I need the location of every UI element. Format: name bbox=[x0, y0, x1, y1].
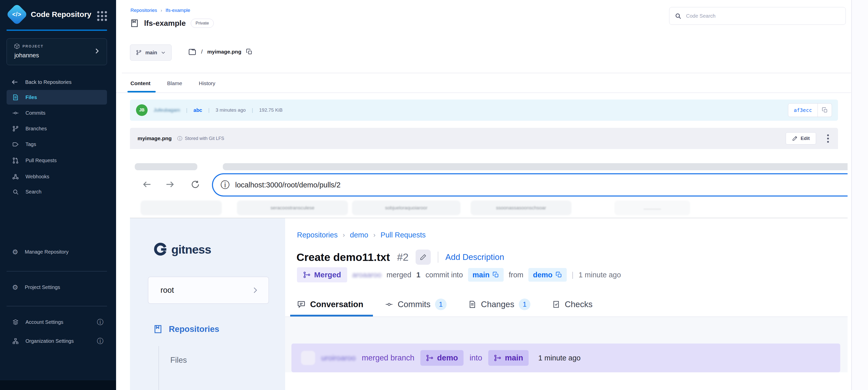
edit-button[interactable]: Edit bbox=[786, 132, 816, 144]
source-branch-chip[interactable]: demo bbox=[421, 350, 464, 366]
sidebar-item-manage-repository[interactable]: ⚙ Manage Repository bbox=[6, 245, 107, 259]
chevron-down-icon bbox=[161, 50, 166, 55]
tab-changes[interactable]: Changes 1 bbox=[468, 299, 530, 310]
gitness-nav-repositories[interactable]: Repositories bbox=[153, 324, 219, 334]
project-label: PROJECT bbox=[23, 44, 44, 48]
gitness-breadcrumb-repo[interactable]: demo bbox=[350, 231, 368, 239]
repository-book-icon bbox=[153, 324, 163, 334]
merge-text: commit into bbox=[426, 271, 463, 279]
branch-selector[interactable]: main bbox=[130, 45, 172, 61]
tab-blame[interactable]: Blame bbox=[167, 80, 182, 86]
commit-message-link[interactable]: abc bbox=[193, 107, 202, 113]
gear-icon: ⚙ bbox=[12, 283, 18, 291]
page-title: lfs-example bbox=[144, 19, 186, 28]
breadcrumb-repo[interactable]: lfs-example bbox=[166, 7, 190, 13]
copy-sha-button[interactable] bbox=[818, 103, 832, 117]
gitness-logo: gitness bbox=[153, 242, 211, 257]
bookmark-chip-blurred bbox=[141, 200, 222, 215]
tab-history[interactable]: History bbox=[199, 80, 215, 86]
add-description-link[interactable]: Add Description bbox=[445, 252, 504, 262]
repository-book-icon bbox=[130, 19, 139, 28]
branch-icon bbox=[136, 50, 142, 56]
commit-sha[interactable]: af3ecc bbox=[788, 103, 818, 117]
edit-title-button[interactable] bbox=[415, 250, 431, 265]
code-search-input[interactable] bbox=[686, 13, 840, 19]
merge-commit-count: 1 bbox=[416, 271, 421, 279]
back-label: Back to Repositories bbox=[25, 79, 71, 85]
page-scrollbar[interactable] bbox=[851, 0, 868, 390]
sidebar-item-account-settings[interactable]: Account Settings ⓘ bbox=[6, 315, 107, 329]
target-branch-chip[interactable]: main bbox=[468, 268, 504, 282]
bookmark-chip-blurred: seracoostransculese bbox=[237, 200, 348, 215]
pr-number: #2 bbox=[397, 251, 408, 263]
separator: | bbox=[208, 107, 210, 113]
target-branch-chip[interactable]: main bbox=[488, 350, 529, 366]
separator: | bbox=[186, 107, 187, 113]
code-search-box[interactable] bbox=[669, 7, 846, 25]
gitness-nav-guide-line bbox=[158, 346, 159, 390]
tab-commits[interactable]: Commits 1 bbox=[385, 299, 446, 310]
bookmark-chip-blurred: ............. bbox=[614, 200, 690, 215]
tab-checks[interactable]: Checks bbox=[552, 300, 592, 309]
sidebar-item-tags[interactable]: Tags bbox=[6, 137, 107, 151]
sidebar-item-project-settings[interactable]: ⚙ Project Settings bbox=[6, 280, 107, 295]
app-switcher-icon[interactable] bbox=[97, 11, 107, 21]
copy-icon bbox=[493, 272, 499, 278]
sidebar-divider bbox=[6, 271, 107, 272]
commits-count-badge: 1 bbox=[435, 299, 446, 310]
event-action: merged branch bbox=[362, 353, 414, 362]
sidebar-item-search[interactable]: Search bbox=[6, 185, 107, 199]
commit-time: 3 minutes ago bbox=[216, 107, 246, 113]
more-options-button[interactable] bbox=[827, 134, 829, 143]
project-selector[interactable]: PROJECT johannes bbox=[6, 38, 107, 65]
sidebar-item-label: Webhooks bbox=[26, 174, 49, 179]
breadcrumb-repositories[interactable]: Repositories bbox=[130, 7, 157, 13]
back-to-repositories[interactable]: Back to Repositories bbox=[11, 78, 71, 86]
gitness-project-selector[interactable]: root bbox=[148, 277, 269, 304]
file-path-row: / myimage.png bbox=[188, 48, 253, 56]
gitness-breadcrumb-section[interactable]: Pull Requests bbox=[380, 231, 426, 239]
sidebar-item-files[interactable]: Files bbox=[6, 90, 107, 105]
logo-glyph: </> bbox=[12, 11, 22, 18]
tab-label: Commits bbox=[398, 300, 431, 309]
info-icon: ⓘ bbox=[97, 337, 103, 345]
event-time: 1 minute ago bbox=[538, 354, 581, 362]
sidebar-item-label: Manage Repository bbox=[25, 249, 68, 255]
sidebar-item-webhooks[interactable]: Webhooks bbox=[6, 169, 107, 184]
gitness-pr-status-row: Merged aroaaroo merged 1 commit into mai… bbox=[297, 267, 621, 282]
source-branch-chip[interactable]: demo bbox=[528, 268, 566, 282]
sidebar-item-commits[interactable]: Commits bbox=[6, 106, 107, 120]
browser-back-icon bbox=[142, 179, 152, 191]
gitness-nav-label: Repositories bbox=[169, 324, 219, 334]
gitness-nav-files[interactable]: Files bbox=[170, 356, 187, 365]
copy-icon[interactable] bbox=[246, 49, 253, 55]
sidebar-item-pull-requests[interactable]: Pull Requests bbox=[6, 153, 107, 168]
info-icon: ⓘ bbox=[177, 135, 182, 142]
separator: | bbox=[572, 271, 574, 279]
branch-name: demo bbox=[533, 271, 552, 279]
org-chart-icon bbox=[12, 338, 19, 344]
branch-name: main bbox=[145, 50, 157, 56]
content-tabs: Content Blame History bbox=[130, 80, 215, 86]
tab-content[interactable]: Content bbox=[130, 80, 150, 86]
copy-icon bbox=[822, 107, 828, 113]
sidebar-item-label: Tags bbox=[26, 141, 36, 147]
gitness-active-tab-underline bbox=[290, 315, 373, 316]
gitness-breadcrumb-repositories[interactable]: Repositories bbox=[297, 231, 338, 239]
branch-name: main bbox=[473, 271, 490, 279]
app-logo-row: </> Code Repository bbox=[9, 6, 91, 22]
folder-icon[interactable] bbox=[188, 48, 196, 56]
tab-label: Checks bbox=[565, 300, 592, 309]
changes-count-badge: 1 bbox=[519, 299, 530, 310]
site-info-icon: ⓘ bbox=[220, 179, 229, 191]
sidebar-item-organization-settings[interactable]: Organization Settings ⓘ bbox=[6, 334, 107, 348]
edit-label: Edit bbox=[801, 136, 810, 141]
sidebar-item-branches[interactable]: Branches bbox=[6, 121, 107, 136]
chevron-right-icon bbox=[93, 47, 101, 55]
url-text: localhost:3000/root/demo/pulls/2 bbox=[235, 181, 341, 189]
app-title: Code Repository bbox=[31, 10, 91, 19]
tab-conversation[interactable]: Conversation bbox=[297, 300, 363, 309]
file-icon bbox=[468, 300, 476, 308]
sidebar-item-label: Branches bbox=[26, 126, 47, 132]
gear-icon: ⚙ bbox=[12, 248, 18, 256]
